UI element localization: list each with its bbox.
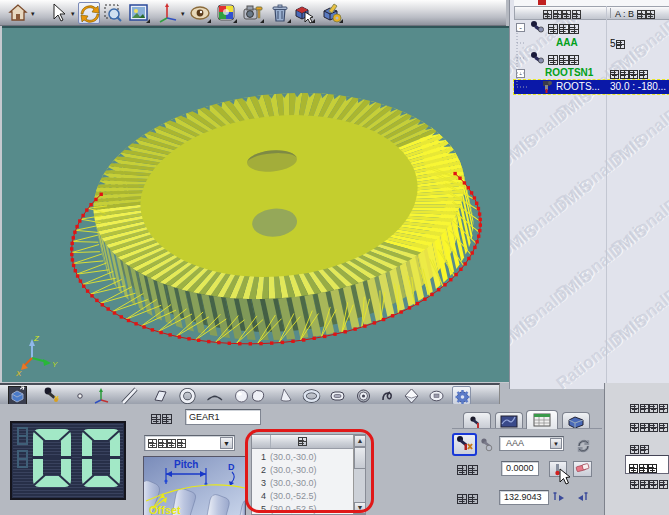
svg-text:X: X [15, 369, 22, 378]
svg-text:RationalDMIS: RationalDMIS [510, 311, 541, 389]
svg-text:RationalDMIS: RationalDMIS [510, 131, 541, 213]
svg-text:D: D [228, 462, 235, 472]
svg-text:RationalDMIS: RationalDMIS [553, 311, 651, 389]
svg-text:Y: Y [52, 360, 58, 369]
svg-text:Pitch: Pitch [174, 459, 198, 470]
svg-text:RationalDMIS: RationalDMIS [510, 221, 541, 303]
svg-text:Offset: Offset [149, 504, 181, 515]
